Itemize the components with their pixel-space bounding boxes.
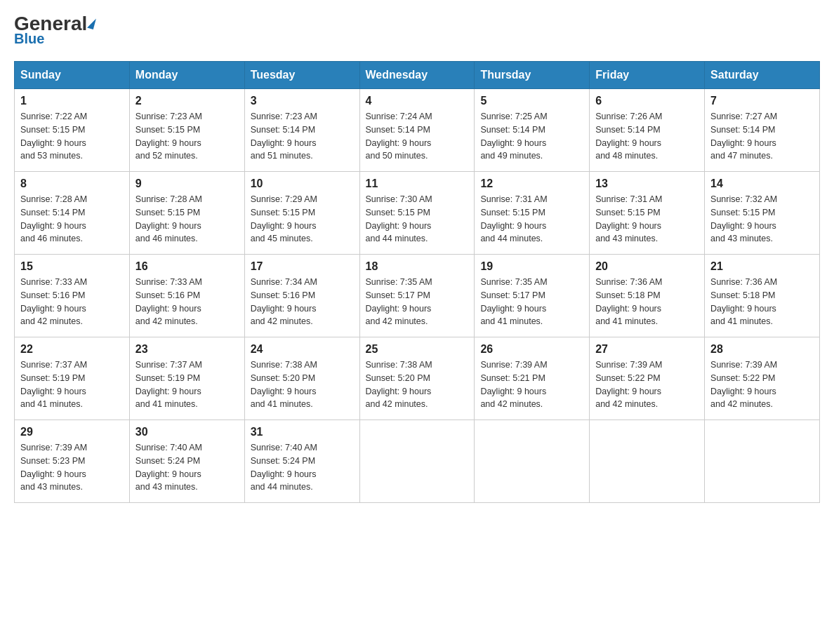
day-number: 1 (20, 95, 124, 107)
calendar-table: SundayMondayTuesdayWednesdayThursdayFrid… (14, 61, 820, 503)
calendar-week-1: 1 Sunrise: 7:22 AM Sunset: 5:15 PM Dayli… (15, 89, 820, 172)
calendar-cell (359, 420, 475, 503)
header-monday: Monday (129, 62, 244, 89)
day-info: Sunrise: 7:38 AM Sunset: 5:20 PM Dayligh… (366, 358, 469, 411)
day-info: Sunrise: 7:32 AM Sunset: 5:15 PM Dayligh… (710, 193, 814, 246)
header-saturday: Saturday (705, 62, 820, 89)
day-number: 21 (710, 260, 814, 273)
header-friday: Friday (590, 62, 705, 89)
day-info: Sunrise: 7:40 AM Sunset: 5:24 PM Dayligh… (135, 441, 239, 494)
day-number: 16 (135, 260, 239, 273)
day-info: Sunrise: 7:28 AM Sunset: 5:14 PM Dayligh… (20, 193, 124, 246)
day-number: 6 (595, 95, 699, 107)
day-info: Sunrise: 7:37 AM Sunset: 5:19 PM Dayligh… (135, 358, 239, 411)
day-number: 8 (20, 177, 124, 190)
day-number: 25 (366, 343, 469, 356)
day-info: Sunrise: 7:39 AM Sunset: 5:23 PM Dayligh… (20, 441, 124, 494)
day-number: 4 (366, 95, 469, 107)
calendar-week-2: 8 Sunrise: 7:28 AM Sunset: 5:14 PM Dayli… (15, 172, 820, 255)
day-number: 3 (251, 95, 354, 107)
day-number: 26 (480, 343, 583, 356)
calendar-cell: 14 Sunrise: 7:32 AM Sunset: 5:15 PM Dayl… (705, 172, 820, 255)
day-info: Sunrise: 7:33 AM Sunset: 5:16 PM Dayligh… (135, 276, 239, 328)
calendar-cell: 1 Sunrise: 7:22 AM Sunset: 5:15 PM Dayli… (15, 89, 130, 172)
calendar-cell: 5 Sunrise: 7:25 AM Sunset: 5:14 PM Dayli… (475, 89, 590, 172)
day-info: Sunrise: 7:37 AM Sunset: 5:19 PM Dayligh… (20, 358, 124, 411)
header-wednesday: Wednesday (359, 62, 475, 89)
calendar-cell: 16 Sunrise: 7:33 AM Sunset: 5:16 PM Dayl… (129, 255, 244, 337)
day-number: 30 (135, 426, 239, 438)
calendar-cell: 4 Sunrise: 7:24 AM Sunset: 5:14 PM Dayli… (359, 89, 475, 172)
day-number: 13 (595, 177, 699, 190)
day-number: 17 (251, 260, 354, 273)
calendar-cell: 18 Sunrise: 7:35 AM Sunset: 5:17 PM Dayl… (359, 255, 475, 337)
header-thursday: Thursday (475, 62, 590, 89)
calendar-cell: 3 Sunrise: 7:23 AM Sunset: 5:14 PM Dayli… (244, 89, 359, 172)
day-number: 9 (135, 177, 239, 190)
calendar-cell: 29 Sunrise: 7:39 AM Sunset: 5:23 PM Dayl… (15, 420, 130, 503)
calendar-week-5: 29 Sunrise: 7:39 AM Sunset: 5:23 PM Dayl… (15, 420, 820, 503)
day-number: 14 (710, 177, 814, 190)
day-number: 22 (20, 343, 124, 356)
calendar-cell: 17 Sunrise: 7:34 AM Sunset: 5:16 PM Dayl… (244, 255, 359, 337)
day-info: Sunrise: 7:36 AM Sunset: 5:18 PM Dayligh… (595, 276, 699, 328)
calendar-cell: 22 Sunrise: 7:37 AM Sunset: 5:19 PM Dayl… (15, 337, 130, 420)
calendar-cell: 6 Sunrise: 7:26 AM Sunset: 5:14 PM Dayli… (590, 89, 705, 172)
day-number: 29 (20, 426, 124, 438)
day-number: 2 (135, 95, 239, 107)
day-info: Sunrise: 7:31 AM Sunset: 5:15 PM Dayligh… (595, 193, 699, 246)
day-info: Sunrise: 7:25 AM Sunset: 5:14 PM Dayligh… (480, 110, 583, 163)
day-info: Sunrise: 7:31 AM Sunset: 5:15 PM Dayligh… (480, 193, 583, 246)
calendar-cell: 9 Sunrise: 7:28 AM Sunset: 5:15 PM Dayli… (129, 172, 244, 255)
calendar-cell: 30 Sunrise: 7:40 AM Sunset: 5:24 PM Dayl… (129, 420, 244, 503)
day-info: Sunrise: 7:33 AM Sunset: 5:16 PM Dayligh… (20, 276, 124, 328)
day-info: Sunrise: 7:27 AM Sunset: 5:14 PM Dayligh… (710, 110, 814, 163)
header-tuesday: Tuesday (244, 62, 359, 89)
day-info: Sunrise: 7:22 AM Sunset: 5:15 PM Dayligh… (20, 110, 124, 163)
day-number: 15 (20, 260, 124, 273)
day-info: Sunrise: 7:40 AM Sunset: 5:24 PM Dayligh… (251, 441, 354, 494)
header-sunday: Sunday (15, 62, 130, 89)
day-info: Sunrise: 7:35 AM Sunset: 5:17 PM Dayligh… (480, 276, 583, 328)
calendar-cell (705, 420, 820, 503)
calendar-cell: 13 Sunrise: 7:31 AM Sunset: 5:15 PM Dayl… (590, 172, 705, 255)
calendar-cell: 24 Sunrise: 7:38 AM Sunset: 5:20 PM Dayl… (244, 337, 359, 420)
day-info: Sunrise: 7:28 AM Sunset: 5:15 PM Dayligh… (135, 193, 239, 246)
logo: General Blue (14, 14, 95, 47)
day-number: 11 (366, 177, 469, 190)
day-info: Sunrise: 7:34 AM Sunset: 5:16 PM Dayligh… (251, 276, 354, 328)
calendar-cell (475, 420, 590, 503)
logo-sub: Blue (14, 31, 44, 47)
day-info: Sunrise: 7:36 AM Sunset: 5:18 PM Dayligh… (710, 276, 814, 328)
day-number: 7 (710, 95, 814, 107)
day-info: Sunrise: 7:23 AM Sunset: 5:15 PM Dayligh… (135, 110, 239, 163)
day-info: Sunrise: 7:26 AM Sunset: 5:14 PM Dayligh… (595, 110, 699, 163)
day-info: Sunrise: 7:30 AM Sunset: 5:15 PM Dayligh… (366, 193, 469, 246)
calendar-week-4: 22 Sunrise: 7:37 AM Sunset: 5:19 PM Dayl… (15, 337, 820, 420)
calendar-header-row: SundayMondayTuesdayWednesdayThursdayFrid… (15, 62, 820, 89)
calendar-cell (590, 420, 705, 503)
day-info: Sunrise: 7:23 AM Sunset: 5:14 PM Dayligh… (251, 110, 354, 163)
day-number: 19 (480, 260, 583, 273)
day-number: 23 (135, 343, 239, 356)
page-header: General Blue (14, 14, 820, 47)
calendar-cell: 25 Sunrise: 7:38 AM Sunset: 5:20 PM Dayl… (359, 337, 475, 420)
calendar-cell: 11 Sunrise: 7:30 AM Sunset: 5:15 PM Dayl… (359, 172, 475, 255)
day-info: Sunrise: 7:39 AM Sunset: 5:22 PM Dayligh… (595, 358, 699, 411)
calendar-cell: 15 Sunrise: 7:33 AM Sunset: 5:16 PM Dayl… (15, 255, 130, 337)
day-number: 12 (480, 177, 583, 190)
day-info: Sunrise: 7:39 AM Sunset: 5:22 PM Dayligh… (710, 358, 814, 411)
calendar-cell: 28 Sunrise: 7:39 AM Sunset: 5:22 PM Dayl… (705, 337, 820, 420)
day-number: 18 (366, 260, 469, 273)
calendar-cell: 12 Sunrise: 7:31 AM Sunset: 5:15 PM Dayl… (475, 172, 590, 255)
calendar-cell: 8 Sunrise: 7:28 AM Sunset: 5:14 PM Dayli… (15, 172, 130, 255)
calendar-cell: 26 Sunrise: 7:39 AM Sunset: 5:21 PM Dayl… (475, 337, 590, 420)
calendar-cell: 2 Sunrise: 7:23 AM Sunset: 5:15 PM Dayli… (129, 89, 244, 172)
calendar-cell: 21 Sunrise: 7:36 AM Sunset: 5:18 PM Dayl… (705, 255, 820, 337)
calendar-cell: 19 Sunrise: 7:35 AM Sunset: 5:17 PM Dayl… (475, 255, 590, 337)
day-info: Sunrise: 7:38 AM Sunset: 5:20 PM Dayligh… (251, 358, 354, 411)
calendar-cell: 20 Sunrise: 7:36 AM Sunset: 5:18 PM Dayl… (590, 255, 705, 337)
calendar-cell: 10 Sunrise: 7:29 AM Sunset: 5:15 PM Dayl… (244, 172, 359, 255)
day-number: 27 (595, 343, 699, 356)
calendar-cell: 27 Sunrise: 7:39 AM Sunset: 5:22 PM Dayl… (590, 337, 705, 420)
